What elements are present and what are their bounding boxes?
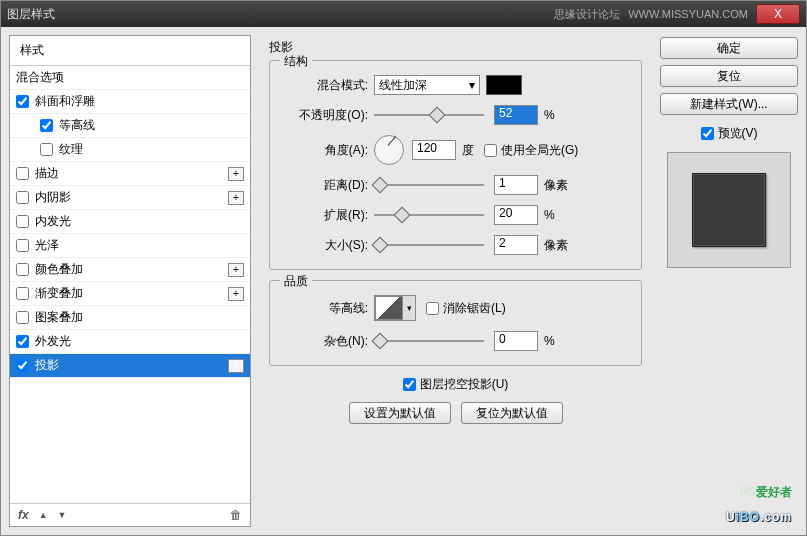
ok-button[interactable]: 确定 — [660, 37, 798, 59]
chevron-down-icon: ▾ — [403, 296, 415, 320]
spread-input[interactable]: 20 — [494, 205, 538, 225]
size-unit: 像素 — [544, 237, 568, 254]
noise-input[interactable]: 0 — [494, 331, 538, 351]
trash-icon[interactable]: 🗑 — [230, 508, 242, 522]
style-label: 图案叠加 — [35, 309, 244, 326]
shadow-color-swatch[interactable] — [486, 75, 522, 95]
opacity-slider[interactable] — [374, 108, 484, 122]
style-item-10[interactable]: 图案叠加 — [10, 306, 250, 330]
action-panel: 确定 复位 新建样式(W)... 预览(V) — [660, 35, 798, 527]
style-item-8[interactable]: 颜色叠加+ — [10, 258, 250, 282]
angle-dial[interactable] — [374, 135, 404, 165]
move-down-icon[interactable]: ▼ — [58, 510, 67, 520]
add-instance-button[interactable]: + — [228, 287, 244, 301]
style-checkbox[interactable] — [40, 119, 53, 132]
style-item-6[interactable]: 内发光 — [10, 210, 250, 234]
size-slider[interactable] — [374, 238, 484, 252]
spread-slider[interactable] — [374, 208, 484, 222]
contour-picker[interactable]: ▾ — [374, 295, 416, 321]
style-checkbox[interactable] — [16, 311, 29, 324]
contour-label: 等高线: — [282, 300, 374, 317]
make-default-button[interactable]: 设置为默认值 — [349, 402, 451, 424]
style-item-4[interactable]: 描边+ — [10, 162, 250, 186]
distance-slider[interactable] — [374, 178, 484, 192]
size-input[interactable]: 2 — [494, 235, 538, 255]
styles-header: 样式 — [10, 36, 250, 66]
noise-slider[interactable] — [374, 334, 484, 348]
style-checkbox[interactable] — [16, 215, 29, 228]
style-checkbox[interactable] — [16, 263, 29, 276]
contour-thumb — [375, 296, 403, 320]
titlebar: 图层样式 思缘设计论坛 WWW.MISSYUAN.COM X — [1, 1, 806, 27]
add-instance-button[interactable]: + — [228, 167, 244, 181]
style-checkbox[interactable] — [16, 359, 29, 372]
style-item-7[interactable]: 光泽 — [10, 234, 250, 258]
noise-label: 杂色(N): — [282, 333, 374, 350]
distance-unit: 像素 — [544, 177, 568, 194]
preview-swatch — [692, 173, 766, 247]
distance-input[interactable]: 1 — [494, 175, 538, 195]
noise-unit: % — [544, 334, 555, 348]
antialias-checkbox[interactable]: 消除锯齿(L) — [426, 300, 506, 317]
add-instance-button[interactable]: + — [228, 359, 244, 373]
style-label: 渐变叠加 — [35, 285, 228, 302]
style-label: 混合选项 — [16, 69, 244, 86]
styles-footer: fx ▲ ▼ 🗑 — [10, 503, 250, 526]
opacity-label: 不透明度(O): — [282, 107, 374, 124]
angle-input[interactable]: 120 — [412, 140, 456, 160]
style-checkbox[interactable] — [16, 335, 29, 348]
forum-url: WWW.MISSYUAN.COM — [628, 8, 748, 20]
style-label: 外发光 — [35, 333, 244, 350]
style-label: 内发光 — [35, 213, 244, 230]
style-checkbox[interactable] — [16, 287, 29, 300]
style-label: 纹理 — [59, 141, 244, 158]
style-item-12[interactable]: 投影+ — [10, 354, 250, 378]
dialog-body: 样式 混合选项斜面和浮雕等高线纹理描边+内阴影+内发光光泽颜色叠加+渐变叠加+图… — [1, 27, 806, 535]
style-label: 等高线 — [59, 117, 244, 134]
style-checkbox[interactable] — [16, 167, 29, 180]
style-checkbox[interactable] — [16, 191, 29, 204]
angle-unit: 度 — [462, 142, 474, 159]
global-light-checkbox[interactable]: 使用全局光(G) — [484, 142, 578, 159]
structure-group: 结构 混合模式: 线性加深 ▾ 不透明度(O): 52 % 角度(A — [269, 60, 642, 270]
chevron-down-icon: ▾ — [469, 78, 475, 92]
style-item-9[interactable]: 渐变叠加+ — [10, 282, 250, 306]
section-title: 投影 — [269, 39, 642, 56]
fx-menu[interactable]: fx — [18, 508, 29, 522]
structure-legend: 结构 — [280, 53, 312, 70]
styles-panel: 样式 混合选项斜面和浮雕等高线纹理描边+内阴影+内发光光泽颜色叠加+渐变叠加+图… — [9, 35, 251, 527]
size-label: 大小(S): — [282, 237, 374, 254]
style-checkbox[interactable] — [40, 143, 53, 156]
style-label: 斜面和浮雕 — [35, 93, 244, 110]
preview-checkbox[interactable]: 预览(V) — [660, 125, 798, 142]
settings-panel: 投影 结构 混合模式: 线性加深 ▾ 不透明度(O): 52 % — [259, 35, 652, 527]
style-item-1[interactable]: 斜面和浮雕 — [10, 90, 250, 114]
forum-text: 思缘设计论坛 — [554, 7, 620, 22]
style-checkbox[interactable] — [16, 239, 29, 252]
quality-legend: 品质 — [280, 273, 312, 290]
style-item-3[interactable]: 纹理 — [10, 138, 250, 162]
add-instance-button[interactable]: + — [228, 191, 244, 205]
reset-default-button[interactable]: 复位为默认值 — [461, 402, 563, 424]
style-item-5[interactable]: 内阴影+ — [10, 186, 250, 210]
style-label: 投影 — [35, 357, 228, 374]
opacity-input[interactable]: 52 — [494, 105, 538, 125]
close-button[interactable]: X — [756, 4, 800, 24]
style-label: 描边 — [35, 165, 228, 182]
move-up-icon[interactable]: ▲ — [39, 510, 48, 520]
style-item-0[interactable]: 混合选项 — [10, 66, 250, 90]
style-label: 光泽 — [35, 237, 244, 254]
style-checkbox[interactable] — [16, 95, 29, 108]
style-label: 内阴影 — [35, 189, 228, 206]
new-style-button[interactable]: 新建样式(W)... — [660, 93, 798, 115]
layer-style-dialog: 图层样式 思缘设计论坛 WWW.MISSYUAN.COM X 样式 混合选项斜面… — [0, 0, 807, 536]
spread-unit: % — [544, 208, 555, 222]
add-instance-button[interactable]: + — [228, 263, 244, 277]
cancel-button[interactable]: 复位 — [660, 65, 798, 87]
styles-list: 混合选项斜面和浮雕等高线纹理描边+内阴影+内发光光泽颜色叠加+渐变叠加+图案叠加… — [10, 66, 250, 503]
style-item-11[interactable]: 外发光 — [10, 330, 250, 354]
style-item-2[interactable]: 等高线 — [10, 114, 250, 138]
knockout-checkbox[interactable]: 图层挖空投影(U) — [403, 376, 509, 393]
angle-label: 角度(A): — [282, 142, 374, 159]
blend-mode-select[interactable]: 线性加深 ▾ — [374, 75, 480, 95]
